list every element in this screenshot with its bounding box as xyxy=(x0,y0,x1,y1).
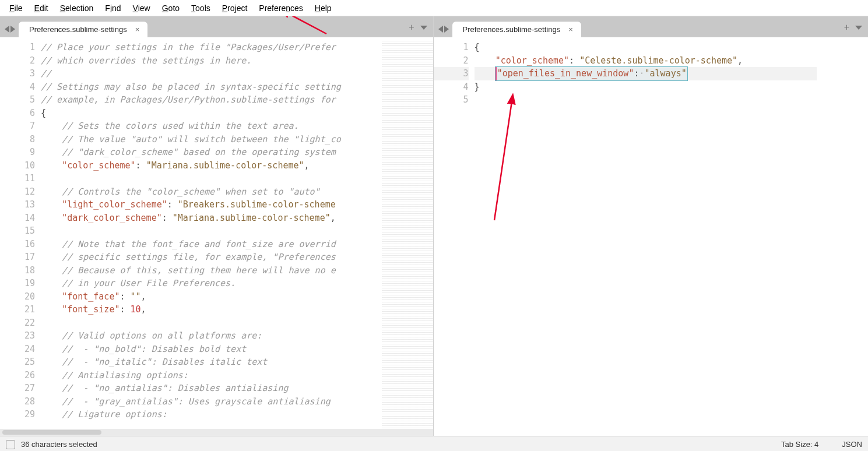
editor-right[interactable]: 12345 { "color_scheme": "Celeste.sublime… xyxy=(434,37,869,436)
menu-help[interactable]: Help xyxy=(309,2,338,15)
new-tab-icon[interactable] xyxy=(844,22,849,33)
right-pane: Preferences.sublime-settings × 12345 { "… xyxy=(434,16,869,436)
tab-bar-right: Preferences.sublime-settings × xyxy=(434,16,869,37)
tab-title: Preferences.sublime-settings xyxy=(463,25,561,34)
tab-title: Preferences.sublime-settings xyxy=(29,25,127,34)
close-icon[interactable]: × xyxy=(135,25,140,34)
gutter-right: 12345 xyxy=(434,37,475,436)
tab-forward-icon[interactable] xyxy=(444,26,449,33)
tab-bar-left: Preferences.sublime-settings × xyxy=(0,16,433,37)
status-syntax[interactable]: JSON xyxy=(842,440,862,449)
menu-goto[interactable]: Goto xyxy=(156,2,185,15)
tab-dropdown-icon[interactable] xyxy=(855,26,862,30)
tab-preferences-right[interactable]: Preferences.sublime-settings × xyxy=(452,22,581,37)
tab-history-nav xyxy=(438,26,449,33)
tab-back-icon[interactable] xyxy=(438,26,443,33)
scrollbar-thumb[interactable] xyxy=(2,430,101,435)
tab-dropdown-icon[interactable] xyxy=(420,26,427,30)
editor-split: Preferences.sublime-settings × 123456789… xyxy=(0,16,868,436)
menu-tools[interactable]: Tools xyxy=(185,2,216,15)
menu-preferences[interactable]: Preferences xyxy=(253,2,309,15)
tab-forward-icon[interactable] xyxy=(10,26,15,33)
tab-history-nav xyxy=(5,26,15,33)
horizontal-scrollbar[interactable] xyxy=(0,429,433,436)
menu-bar: File Edit Selection Find View Goto Tools… xyxy=(0,0,868,16)
tab-preferences-left[interactable]: Preferences.sublime-settings × xyxy=(19,22,147,37)
tab-back-icon[interactable] xyxy=(5,26,9,33)
status-bar: 36 characters selected Tab Size: 4 JSON xyxy=(0,436,868,451)
menu-find[interactable]: Find xyxy=(99,2,126,15)
new-tab-icon[interactable] xyxy=(409,22,414,33)
editor-left[interactable]: 1234567891011121314151617181920212223242… xyxy=(0,37,433,429)
minimap-left[interactable] xyxy=(382,41,433,429)
menu-file[interactable]: File xyxy=(3,2,29,15)
gutter-left: 1234567891011121314151617181920212223242… xyxy=(0,37,41,429)
left-pane: Preferences.sublime-settings × 123456789… xyxy=(0,16,434,436)
menu-project[interactable]: Project xyxy=(216,2,254,15)
status-tab-size[interactable]: Tab Size: 4 xyxy=(781,440,818,449)
code-area-left[interactable]: // Place your settings in the file "Pack… xyxy=(41,37,382,429)
menu-selection[interactable]: Selection xyxy=(54,2,100,15)
status-selection: 36 characters selected xyxy=(21,440,97,449)
minimap-right[interactable] xyxy=(817,41,868,436)
panel-switcher-icon[interactable] xyxy=(6,440,15,449)
close-icon[interactable]: × xyxy=(568,25,573,34)
code-area-right[interactable]: { "color_scheme": "Celeste.sublime-color… xyxy=(475,37,817,436)
menu-edit[interactable]: Edit xyxy=(29,2,54,15)
menu-view[interactable]: View xyxy=(127,2,156,15)
